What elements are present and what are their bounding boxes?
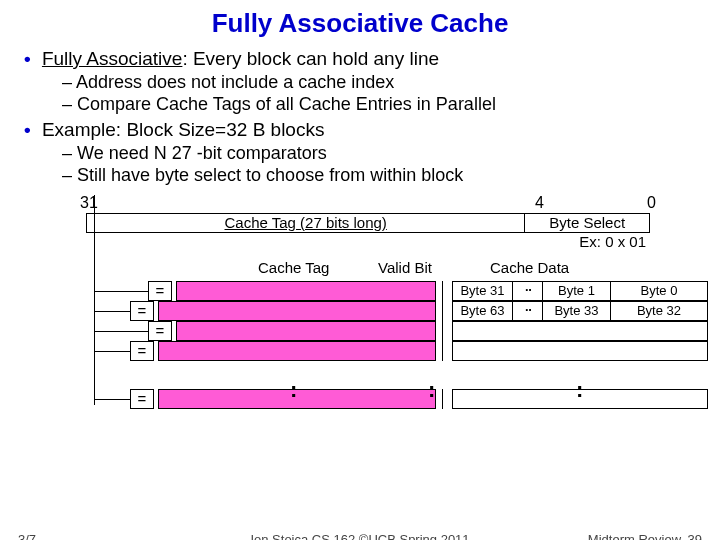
cache-tag-row-1 xyxy=(176,281,436,301)
tag-wire-2 xyxy=(94,311,130,312)
ellipsis-valid: : xyxy=(428,377,435,403)
data-cell: Byte 31 xyxy=(453,282,513,300)
cache-diagram: Cache Tag Valid Bit Cache Data = = = = =… xyxy=(20,259,720,459)
bit-hi: 31 xyxy=(80,193,98,213)
comparator-1: = xyxy=(148,281,172,301)
comparator-4: = xyxy=(130,341,154,361)
header-cache-data: Cache Data xyxy=(490,259,569,276)
tag-field: Cache Tag (27 bits long) xyxy=(87,214,525,232)
cache-data-row-3 xyxy=(452,321,708,341)
cache-tag-row-3 xyxy=(176,321,436,341)
slide-body: • Fully Associative: Every block can hol… xyxy=(0,39,720,253)
data-ellipsis: . . xyxy=(513,302,543,320)
bit-lo: 0 xyxy=(647,193,656,213)
cache-data-row-1: Byte 31 . . Byte 1 Byte 0 xyxy=(452,281,708,301)
byte-select-example: Ex: 0 x 01 xyxy=(579,233,646,252)
data-cell: Byte 1 xyxy=(543,282,611,300)
bullet-dot: • xyxy=(24,119,31,140)
data-ellipsis: . . xyxy=(513,282,543,300)
bullet-2-text: Example: Block Size=32 B blocks xyxy=(42,119,325,140)
bullet-1-term: Fully Associative xyxy=(42,48,182,69)
header-valid-bit: Valid Bit xyxy=(378,259,432,276)
comparator-3: = xyxy=(148,321,172,341)
bullet-2b: – Still have byte select to choose from … xyxy=(62,164,696,187)
data-cell: Byte 32 xyxy=(611,302,707,320)
tag-wire-3 xyxy=(94,331,148,332)
bullet-1: • Fully Associative: Every block can hol… xyxy=(24,47,696,71)
cache-data-row-4 xyxy=(452,341,708,361)
comparator-n: = xyxy=(130,389,154,409)
cache-tag-row-2 xyxy=(158,301,436,321)
tag-wire-4 xyxy=(94,351,130,352)
tag-wire-1 xyxy=(94,291,148,292)
cache-data-row-2: Byte 63 . . Byte 33 Byte 32 xyxy=(452,301,708,321)
bullet-1b: – Compare Cache Tags of all Cache Entrie… xyxy=(62,93,696,116)
bullet-dot: • xyxy=(24,48,31,69)
data-cell: Byte 63 xyxy=(453,302,513,320)
comparator-2: = xyxy=(130,301,154,321)
tag-wire-vertical xyxy=(94,195,95,405)
footer-page: Midterm Review. 39 xyxy=(588,532,702,540)
data-cell: Byte 0 xyxy=(611,282,707,300)
data-cell: Byte 33 xyxy=(543,302,611,320)
tag-wire-5 xyxy=(94,399,130,400)
address-bitfield: 31 4 0 Cache Tag (27 bits long) Byte Sel… xyxy=(80,193,656,253)
bullet-2: • Example: Block Size=32 B blocks xyxy=(24,118,696,142)
cache-tag-row-4 xyxy=(158,341,436,361)
bitfield-row: Cache Tag (27 bits long) Byte Select xyxy=(86,213,650,233)
byte-select-field: Byte Select xyxy=(525,214,649,232)
bullet-1-rest: : Every block can hold any line xyxy=(182,48,439,69)
bit-mid: 4 xyxy=(535,193,544,213)
bullet-1a: – Address does not include a cache index xyxy=(62,71,696,94)
valid-bit-column-n xyxy=(442,389,443,409)
ellipsis-data: : xyxy=(576,377,583,403)
slide-title: Fully Associative Cache xyxy=(0,0,720,39)
bullet-2a: – We need N 27 -bit comparators xyxy=(62,142,696,165)
valid-bit-column xyxy=(442,281,443,361)
ellipsis-tag: : xyxy=(290,377,297,403)
header-cache-tag: Cache Tag xyxy=(258,259,329,276)
